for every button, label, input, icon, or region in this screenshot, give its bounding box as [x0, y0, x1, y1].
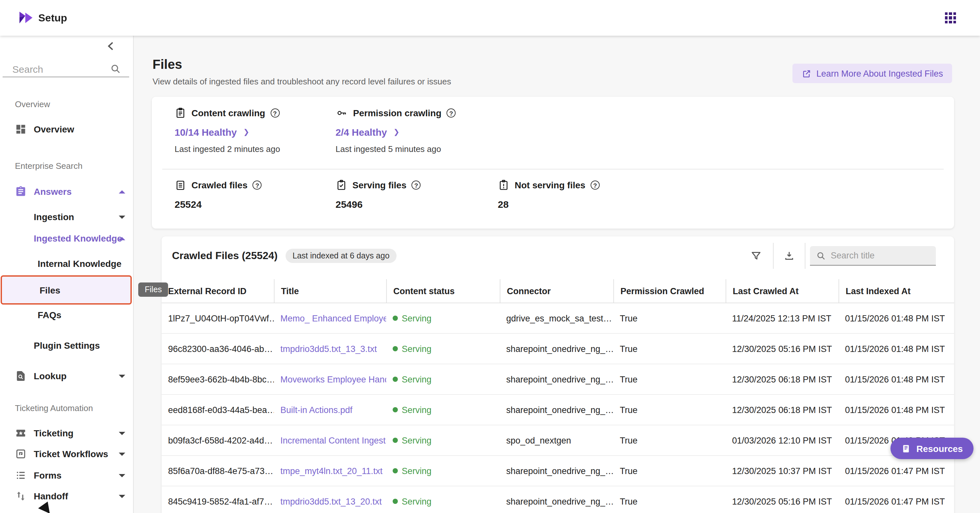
sidebar-item-faqs[interactable]: FAQs — [0, 304, 133, 325]
cell-permission-crawled: True — [613, 334, 725, 364]
resources-button[interactable]: Resources — [891, 438, 973, 459]
status-dot — [393, 315, 398, 321]
sidebar-item-handoff[interactable]: Handoff — [0, 486, 133, 507]
col-title[interactable]: Title — [274, 279, 386, 303]
help-icon[interactable]: ? — [590, 180, 600, 190]
file-title-link[interactable]: Built-in Actions.pdf — [280, 405, 352, 414]
file-title-link[interactable]: tmpdrio3dd5.txt_13_20.txt — [280, 496, 382, 506]
ticket-workflows-icon — [15, 448, 27, 460]
col-last-crawled-at[interactable]: Last Crawled At — [725, 279, 838, 303]
title-search-input[interactable] — [831, 246, 931, 264]
chevron-down-icon[interactable] — [119, 374, 125, 378]
chevron-down-icon[interactable] — [119, 215, 125, 218]
content-last-ingested: Last ingested 2 minutes ago — [175, 144, 280, 154]
section-label-enterprise-search: Enterprise Search — [15, 161, 83, 174]
cell-connector: gdrive_es_mock_sa_test… — [500, 303, 613, 333]
col-content-status[interactable]: Content status — [386, 279, 500, 303]
status-dot — [393, 468, 398, 473]
section-label-overview: Overview — [15, 99, 50, 112]
permission-crawling-stat: Permission crawling ? 2/4 Healthy ❯ Last… — [336, 107, 456, 154]
permission-last-ingested: Last ingested 5 minutes ago — [336, 144, 456, 154]
col-last-indexed-at[interactable]: Last Indexed At — [838, 279, 954, 303]
files-item-tooltip: Files — [138, 282, 169, 297]
cell-title: Incremental Content Ingestio — [274, 425, 386, 455]
status-dot — [393, 438, 398, 443]
status-dot — [393, 377, 398, 382]
sidebar-item-plugin-settings[interactable]: Plugin Settings — [0, 335, 133, 356]
chevron-right-icon: ❯ — [243, 128, 249, 136]
cell-permission-crawled: True — [613, 303, 725, 333]
table-row: 85f6a70a-df88-4e75-a73… tmpe_myt4ln.txt_… — [162, 456, 954, 486]
sidebar-item-lookup[interactable]: Lookup — [0, 366, 133, 386]
content-crawling-stat: Content crawling ? 10/14 Healthy ❯ Last … — [175, 107, 280, 154]
sidebar-item-internal-knowledge[interactable]: Internal Knowledge — [0, 253, 133, 274]
cell-last-crawled-at: 12/30/2025 05:16 PM IST — [725, 486, 838, 513]
cell-permission-crawled: True — [613, 395, 725, 425]
help-icon[interactable]: ? — [412, 180, 421, 190]
file-title-link[interactable]: tmpdrio3dd5.txt_13_3.txt — [280, 344, 377, 354]
crawled-files-card: Crawled Files (25524) Last indexed at 6 … — [162, 236, 954, 513]
chevron-down-icon[interactable] — [119, 452, 125, 456]
file-title-link[interactable]: Memo_ Enhanced Employee — [280, 313, 386, 323]
chevron-down-icon[interactable] — [119, 494, 125, 498]
cell-permission-crawled: True — [613, 486, 725, 513]
download-button[interactable] — [779, 245, 800, 266]
chevron-down-icon[interactable] — [119, 432, 125, 435]
answers-clipboard-icon — [15, 186, 27, 198]
table-column-headers: External Record ID Title Content status … — [162, 279, 954, 303]
permission-key-icon — [336, 107, 348, 119]
section-label-ticketing-automation: Ticketing Automation — [15, 403, 93, 416]
help-icon[interactable]: ? — [447, 108, 456, 118]
cell-last-crawled-at: 11/24/2025 12:13 PM IST — [725, 303, 838, 333]
not-serving-files-icon — [498, 179, 509, 191]
learn-more-button[interactable]: Learn More About Ingested Files — [792, 64, 952, 83]
help-icon[interactable]: ? — [270, 108, 279, 118]
col-permission-crawled[interactable]: Permission Crawled — [613, 279, 725, 303]
cell-title: tmpdrio3dd5.txt_13_3.txt — [274, 334, 386, 364]
cell-last-indexed-at: 01/15/2026 01:48 PM IST — [838, 395, 954, 425]
cell-last-crawled-at: 12/30/2025 10:37 PM IST — [725, 456, 838, 486]
external-link-icon — [802, 69, 811, 78]
file-title-link[interactable]: Incremental Content Ingestio — [280, 435, 386, 445]
help-icon[interactable]: ? — [253, 180, 262, 190]
cell-connector: sharepoint_onedrive_ng_… — [500, 395, 613, 425]
sidebar-item-answers[interactable]: Answers — [0, 181, 133, 202]
cell-last-indexed-at: 01/15/2026 01:48 PM IST — [838, 364, 954, 394]
sidebar-search — [0, 62, 129, 77]
filter-button[interactable] — [746, 245, 767, 266]
apps-grid-icon[interactable] — [945, 12, 956, 23]
table-row: b09fa3cf-658d-4202-a4d… Incremental Cont… — [162, 425, 954, 456]
cell-content-status: Serving — [386, 486, 500, 513]
col-connector[interactable]: Connector — [500, 279, 613, 303]
cell-last-crawled-at: 12/30/2025 06:18 PM IST — [725, 395, 838, 425]
permission-crawling-health-link[interactable]: 2/4 Healthy ❯ — [336, 127, 456, 138]
book-icon — [901, 443, 911, 454]
chevron-up-icon[interactable] — [119, 190, 125, 193]
cell-title: tmpe_myt4ln.txt_20_11.txt — [274, 456, 386, 486]
sidebar-item-ingested-knowledge[interactable]: Ingested Knowledge — [0, 228, 133, 249]
collapse-sidebar-icon[interactable] — [106, 41, 116, 51]
sidebar-item-ticket-workflows[interactable]: Ticket Workflows — [0, 443, 133, 464]
sidebar-search-input[interactable] — [12, 62, 103, 76]
file-title-link[interactable]: Moveworks Employee Handb — [280, 374, 386, 384]
chevron-down-icon[interactable] — [119, 474, 125, 477]
title-search-box — [810, 246, 936, 266]
cell-connector: spo_od_nextgen — [500, 425, 613, 455]
file-title-link[interactable]: tmpe_myt4ln.txt_20_11.txt — [280, 466, 383, 476]
content-crawling-health-link[interactable]: 10/14 Healthy ❯ — [175, 127, 280, 138]
chevron-up-icon[interactable] — [119, 237, 125, 240]
toolbar-divider — [805, 243, 805, 269]
sidebar-item-overview[interactable]: Overview — [0, 119, 133, 140]
filter-icon — [750, 250, 762, 262]
cell-external-record-id: 96c82300-aa36-4046-ab… — [162, 334, 274, 364]
not-serving-files-value: 28 — [498, 199, 600, 210]
col-external-record-id[interactable]: External Record ID — [162, 279, 274, 303]
stats-divider — [162, 169, 943, 169]
sidebar-item-forms[interactable]: Forms — [0, 465, 133, 486]
cell-external-record-id: 8ef59ee3-662b-4b4b-8bc… — [162, 364, 274, 394]
sidebar-item-ticketing[interactable]: Ticketing — [0, 423, 133, 443]
cell-last-crawled-at: 12/30/2025 06:18 PM IST — [725, 364, 838, 394]
sidebar-item-files[interactable]: Files — [1, 275, 132, 304]
sidebar-item-ingestion[interactable]: Ingestion — [0, 207, 133, 227]
status-dot — [393, 346, 398, 351]
